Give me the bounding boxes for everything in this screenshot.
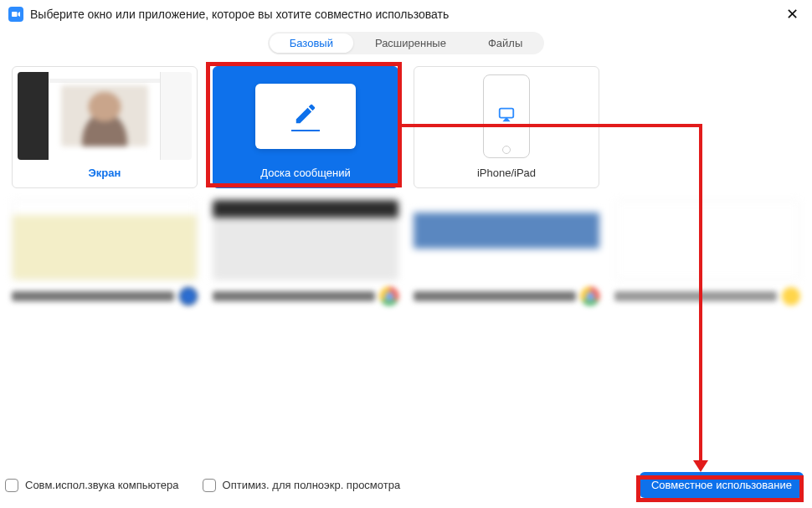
chrome-icon: [581, 287, 599, 305]
tab-bar: Базовый Расширенные Файлы: [268, 32, 545, 54]
chrome-icon: [380, 287, 398, 305]
share-option-whiteboard[interactable]: Доска сообщений: [213, 66, 398, 188]
app-thumbnail: [614, 200, 800, 280]
app-thumbnail: [414, 200, 599, 280]
svg-rect-1: [500, 108, 514, 117]
app-thumbnail: [213, 200, 398, 280]
checkbox-optimize-video-label: Оптимиз. для полноэкр. просмотра: [223, 479, 401, 491]
share-option-app-3[interactable]: [414, 200, 599, 317]
app-caption: [12, 291, 174, 301]
share-option-screen-label: Экран: [18, 167, 192, 179]
tab-files[interactable]: Файлы: [468, 33, 542, 53]
share-option-app-4[interactable]: [614, 200, 800, 317]
app-thumbnail: [12, 200, 198, 280]
svg-rect-0: [12, 12, 18, 17]
checkbox-share-audio[interactable]: Совм.испол.звука компьютера: [5, 479, 179, 492]
window-title: Выберите окно или приложение, которое вы…: [30, 8, 449, 21]
tab-basic[interactable]: Базовый: [270, 33, 353, 53]
checkbox-box: [5, 479, 18, 492]
whiteboard-thumbnail: [218, 72, 393, 160]
tab-advanced[interactable]: Расширенные: [355, 33, 466, 53]
pencil-icon: [293, 101, 318, 126]
share-option-iphone[interactable]: iPhone/iPad: [414, 66, 599, 188]
airplay-icon: [497, 105, 516, 127]
app-caption: [213, 291, 375, 301]
iphone-thumbnail: [419, 72, 594, 160]
share-option-iphone-label: iPhone/iPad: [419, 167, 594, 179]
share-option-screen[interactable]: Экран: [12, 66, 198, 188]
app-icon-yellow: [782, 287, 800, 305]
checkbox-optimize-video[interactable]: Оптимиз. для полноэкр. просмотра: [203, 479, 401, 492]
app-caption: [414, 291, 576, 301]
share-button[interactable]: Совместное использование: [640, 472, 804, 498]
screen-thumbnail: [18, 72, 192, 160]
checkbox-box: [203, 479, 216, 492]
share-option-whiteboard-label: Доска сообщений: [218, 167, 393, 179]
checkbox-share-audio-label: Совм.испол.звука компьютера: [25, 479, 179, 491]
share-option-app-1[interactable]: [12, 200, 198, 317]
app-caption: [614, 291, 777, 301]
zoom-app-icon: [8, 7, 23, 22]
close-icon[interactable]: ✕: [781, 5, 804, 23]
edge-icon: [179, 287, 198, 305]
share-option-app-2[interactable]: [213, 200, 398, 317]
